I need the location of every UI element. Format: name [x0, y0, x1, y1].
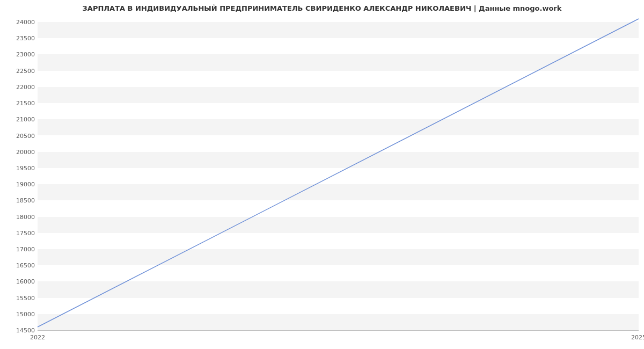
- x-tick-label: 2025: [631, 334, 644, 341]
- chart-container: ЗАРПЛАТА В ИНДИВИДУАЛЬНЫЙ ПРЕДПРИНИМАТЕЛ…: [0, 0, 644, 349]
- y-tick-label: 24000: [5, 19, 35, 26]
- y-tick-label: 20500: [5, 132, 35, 139]
- y-tick-label: 16500: [5, 262, 35, 269]
- plot-area: [38, 19, 639, 331]
- y-tick-label: 15000: [5, 310, 35, 317]
- y-tick-label: 21500: [5, 100, 35, 107]
- y-tick-label: 23500: [5, 35, 35, 42]
- y-tick-label: 15500: [5, 294, 35, 301]
- y-tick-label: 22500: [5, 67, 35, 74]
- y-tick-label: 21000: [5, 116, 35, 123]
- y-tick-label: 17500: [5, 229, 35, 236]
- y-tick-label: 17000: [5, 245, 35, 252]
- y-tick-label: 22000: [5, 83, 35, 90]
- series-line: [38, 19, 639, 327]
- y-tick-label: 20000: [5, 148, 35, 155]
- chart-line-layer: [38, 19, 639, 330]
- chart-title: ЗАРПЛАТА В ИНДИВИДУАЛЬНЫЙ ПРЕДПРИНИМАТЕЛ…: [0, 4, 644, 12]
- y-tick-label: 18500: [5, 197, 35, 204]
- y-tick-label: 23000: [5, 51, 35, 58]
- y-tick-label: 14500: [5, 327, 35, 334]
- y-tick-label: 19000: [5, 181, 35, 188]
- y-tick-label: 18000: [5, 213, 35, 220]
- y-tick-label: 16000: [5, 278, 35, 285]
- x-tick-label: 2022: [30, 334, 45, 341]
- y-tick-label: 19500: [5, 164, 35, 171]
